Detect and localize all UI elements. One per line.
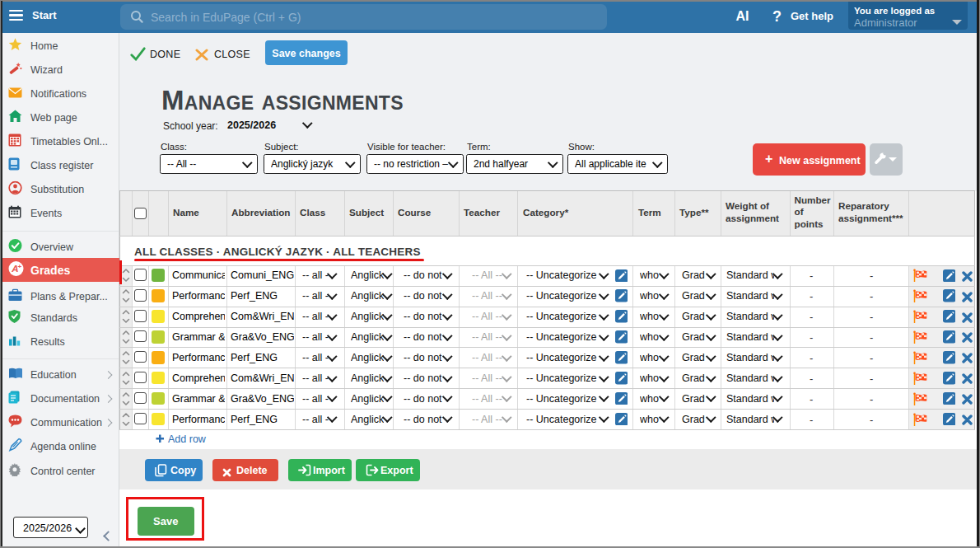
- svg-text:+: +: [18, 262, 22, 269]
